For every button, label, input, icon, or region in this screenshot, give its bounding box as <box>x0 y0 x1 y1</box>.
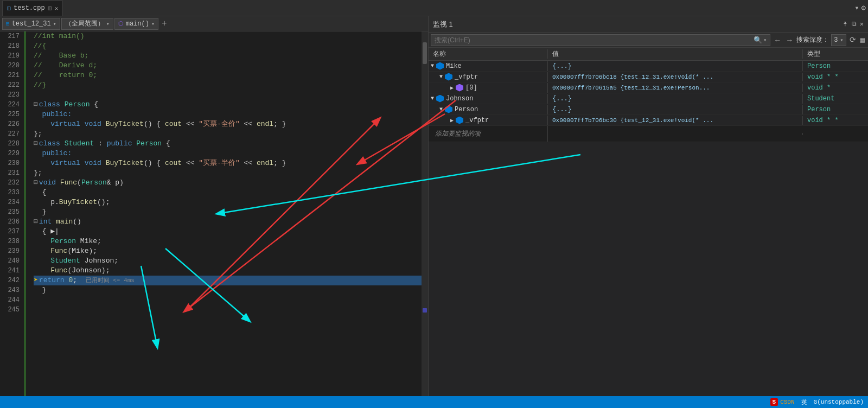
watch-title: 监视 1 <box>433 20 453 29</box>
code-line-232: ⊟void Func(Person& p) <box>34 178 422 188</box>
depth-selector[interactable]: 3 ▾ <box>831 34 846 46</box>
tab-settings-icon[interactable]: ⚙ <box>861 3 866 12</box>
search-dropdown-icon[interactable]: ▾ <box>763 37 767 43</box>
close-tab-button[interactable]: ✕ <box>55 5 59 12</box>
csdn-s-letter: S <box>773 399 776 405</box>
nav-back-button[interactable]: ← <box>773 36 782 44</box>
float-button[interactable]: ⧉ <box>852 21 857 28</box>
johnson-person-icon <box>445 106 452 113</box>
watch-type-mike-vfptr: void * * <box>803 72 868 82</box>
range-label: （全局范围） <box>65 19 104 28</box>
code-line-220: // Derive d; <box>34 61 422 71</box>
watch-search-input[interactable] <box>435 36 754 44</box>
watch-row-mike[interactable]: ▼ Mike {...} Person <box>429 61 868 72</box>
watch-row-johnson[interactable]: ▼ Johnson {...} Student <box>429 93 868 104</box>
code-line-242: ➤return 0; 已用时间 <= 4ms <box>34 276 422 285</box>
file-icon: ◫ <box>7 5 10 11</box>
code-line-217: //int main() <box>34 31 422 41</box>
watch-value-mike-vfptr: 0x00007ff7b706bc18 {test_12_31.exe!void(… <box>548 73 803 81</box>
code-area: 217 218 219 220 221 222 223 224 225 226 … <box>0 31 428 396</box>
col-type-header: 类型 <box>803 49 868 59</box>
main-area: ⊞ test_12_31 ▾ （全局范围） ▾ ⬡ main() ▾ + 217… <box>0 16 868 396</box>
watch-type-johnson-vfptr: void * * <box>803 116 868 125</box>
mike-0-label: [0] <box>465 84 477 92</box>
add-toolbar-button[interactable]: + <box>159 19 169 29</box>
refresh-watch-button[interactable]: ⟳ <box>848 35 857 44</box>
code-line-222: //} <box>34 80 422 90</box>
mike-vfptr-label: _vfptr <box>455 73 478 81</box>
watch-row-johnson-vfptr[interactable]: ▶ _vfptr 0x00007ff7b706bc30 {test_12_31.… <box>429 115 868 126</box>
expand-johnson-arrow[interactable]: ▼ <box>431 95 434 101</box>
mike-cube-icon <box>436 62 444 70</box>
watch-name-mike[interactable]: ▼ Mike <box>429 61 548 71</box>
johnson-person-label: Person <box>455 106 478 113</box>
editor-toolbar: ⊞ test_12_31 ▾ （全局范围） ▾ ⬡ main() ▾ + <box>0 16 428 31</box>
auto-hide-button[interactable]: 🖈 <box>842 20 848 28</box>
expand-mike-vfptr-arrow[interactable]: ▼ <box>439 74 443 80</box>
watch-name-johnson[interactable]: ▼ Johnson <box>429 94 548 104</box>
expand-mike-0-arrow[interactable]: ▶ <box>450 85 454 91</box>
code-line-234: p.BuyTicket(); <box>34 197 422 207</box>
watch-row-mike-vfptr[interactable]: ▼ _vfptr 0x00007ff7b706bc18 {test_12_31.… <box>429 72 868 82</box>
watch-search-box[interactable]: 🔍 ▾ <box>431 34 770 46</box>
func-label: main() <box>126 20 149 28</box>
watch-grid-icon[interactable]: ▦ <box>859 35 866 44</box>
pin-icon: ◫ <box>48 5 52 11</box>
status-lang: 英 <box>801 398 807 406</box>
watch-name-mike-vfptr[interactable]: ▼ _vfptr <box>429 72 548 82</box>
editor-vscrollbar[interactable] <box>422 31 428 396</box>
code-line-240: Student Johnson; <box>34 256 422 266</box>
expand-johnson-vfptr-arrow[interactable]: ▶ <box>450 117 454 124</box>
add-watch-value-cell <box>548 133 803 135</box>
watch-name-johnson-person[interactable]: ▼ Person <box>429 105 548 114</box>
csdn-logo-area: S CSDN <box>770 398 795 406</box>
code-line-221: // return 0; <box>34 71 422 80</box>
watch-row-mike-vfptr-0[interactable]: ▶ [0] 0x00007ff7b70615a5 {test_12_31.exe… <box>429 82 868 93</box>
nav-forward-button[interactable]: → <box>784 36 794 44</box>
tab-controls: ▾ ⚙ <box>854 3 866 12</box>
add-watch-hint: 添加要监视的项 <box>431 127 485 141</box>
code-line-244 <box>34 295 422 305</box>
code-line-231: }; <box>34 168 422 178</box>
code-line-243: } <box>34 285 422 295</box>
depth-label: 搜索深度： <box>796 35 829 44</box>
code-line-235: } <box>34 207 422 217</box>
scrollbar-position-indicator <box>423 308 427 313</box>
scope-selector[interactable]: ⊞ test_12_31 ▾ <box>2 18 60 30</box>
close-watch-button[interactable]: ✕ <box>860 20 864 28</box>
watch-name-mike-0[interactable]: ▶ [0] <box>429 83 548 93</box>
code-line-228: ⊟class Student : public Person { <box>34 139 422 149</box>
code-line-227: }; <box>34 129 422 139</box>
scrollbar-thumb[interactable] <box>423 42 427 64</box>
code-line-224: ⊟class Person { <box>34 100 422 110</box>
watch-name-johnson-vfptr[interactable]: ▶ _vfptr <box>429 116 548 125</box>
code-content[interactable]: //int main() //{ // Base b; // Derive d;… <box>31 31 422 396</box>
johnson-label: Johnson <box>446 95 473 103</box>
code-line-245 <box>34 305 422 315</box>
watch-header: 名称 值 类型 <box>429 48 868 61</box>
mike-0-icon <box>456 84 463 92</box>
tab-dropdown-icon[interactable]: ▾ <box>854 3 859 12</box>
watch-row-johnson-person[interactable]: ▼ Person {...} Person <box>429 104 868 115</box>
code-line-229: public: <box>34 149 422 158</box>
watch-toolbar: 🔍 ▾ ← → 搜索深度： 3 ▾ ⟳ ▦ <box>429 33 868 48</box>
code-line-218: //{ <box>34 41 422 51</box>
status-bar: S CSDN 英 G(unstoppable) <box>0 396 868 408</box>
expand-mike-arrow[interactable]: ▼ <box>431 63 434 69</box>
code-line-223 <box>34 90 422 100</box>
range-selector[interactable]: （全局范围） ▾ <box>61 18 113 30</box>
add-watch-row[interactable]: 添加要监视的项 <box>429 126 868 142</box>
watch-value-johnson-vfptr: 0x00007ff7b706bc30 {test_12_31.exe!void(… <box>548 116 803 125</box>
depth-dropdown-icon[interactable]: ▾ <box>840 37 844 43</box>
func-selector[interactable]: ⬡ main() ▾ <box>114 18 158 30</box>
watch-type-mike-0: void * <box>803 83 868 93</box>
csdn-label: CSDN <box>780 399 794 405</box>
johnson-cube-icon <box>436 95 444 103</box>
file-tab[interactable]: ◫ test.cpp ◫ ✕ <box>2 1 63 16</box>
watch-panel: 监视 1 🖈 ⧉ ✕ 🔍 ▾ ← → 搜索深度： 3 ▾ ⟳ ▦ <box>429 16 868 396</box>
watch-value-johnson: {...} <box>548 94 803 104</box>
code-line-236: ⊟int main() <box>34 217 422 227</box>
csdn-logo: S <box>770 398 778 406</box>
watch-value-mike-0: 0x00007ff7b70615a5 {test_12_31.exe!Perso… <box>548 84 803 92</box>
expand-johnson-person-arrow[interactable]: ▼ <box>439 106 443 112</box>
